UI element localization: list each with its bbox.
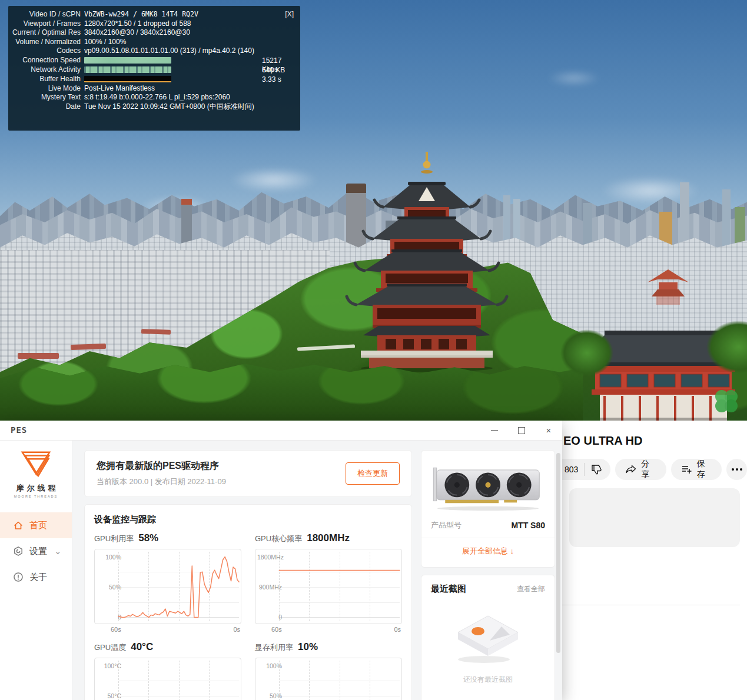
- brand-name-en: MOORE THREADS: [0, 495, 72, 498]
- save-button[interactable]: 保存: [671, 459, 722, 480]
- screenshots-card: 最近截图 查看全部 还没有最近截图: [421, 575, 555, 700]
- stats-label: Live Mode: [12, 84, 81, 94]
- update-subtitle: 当前版本 200.0 | 发布日期 2022-11-09: [97, 476, 346, 487]
- stats-row: Connection Speed 15217 Kbps: [12, 56, 294, 65]
- section-divider: [562, 605, 740, 605]
- brand-name-cn: 摩尔线程: [0, 483, 72, 494]
- more-icon: [736, 468, 738, 471]
- sidebar-item-label: 设置: [29, 546, 47, 557]
- chart-gpu-utilization: GPU利用率 58% 100% 50% 0 60s 0s: [94, 532, 241, 633]
- stats-row: Codecs vp09.00.51.08.01.01.01.01.00 (313…: [12, 46, 294, 56]
- view-all-link[interactable]: 查看全部: [517, 584, 545, 594]
- stats-value: 640 KB: [262, 66, 285, 75]
- share-button[interactable]: 分享: [615, 459, 666, 480]
- stats-value: 1280x720*1.50 / 1 dropped of 588: [84, 19, 191, 29]
- more-button[interactable]: [726, 459, 747, 480]
- stats-label: Buffer Health: [12, 75, 81, 84]
- product-model-value: MTT S80: [511, 521, 545, 530]
- sidebar-item-settings[interactable]: 设置 ⌄: [0, 538, 72, 564]
- pes-content: 您拥有最新版的PES驱动程序 当前版本 200.0 | 发布日期 2022-11…: [72, 441, 562, 700]
- like-count: 803: [565, 465, 578, 474]
- stats-close-button[interactable]: [X]: [285, 10, 294, 19]
- update-card: 您拥有最新版的PES驱动程序 当前版本 200.0 | 发布日期 2022-11…: [84, 450, 412, 497]
- window-scrollbar[interactable]: [556, 453, 560, 653]
- x-tick: 60s: [111, 626, 121, 633]
- stats-value: 3.33 s: [262, 75, 281, 85]
- stats-value: Post-Live Manifestless: [84, 84, 155, 94]
- brand-logo-icon: [19, 448, 53, 478]
- stats-row: Date Tue Nov 15 2022 10:09:42 GMT+0800 (…: [12, 102, 294, 112]
- chart-current-value: 40°C: [131, 641, 153, 653]
- product-card: 产品型号 MTT S80 展开全部信息 ↓: [421, 450, 555, 568]
- chart-title: GPU核心频率: [255, 534, 302, 544]
- stats-label: Mystery Text: [12, 93, 81, 102]
- update-title: 您拥有最新版的PES驱动程序: [97, 460, 346, 472]
- video-frame[interactable]: [X] Video ID / sCPN VbZWB-ww294 / 6MK8 1…: [0, 0, 747, 421]
- youtube-page: EO ULTRA HD 803 分享 保存: [562, 421, 747, 700]
- maximize-icon: [518, 427, 525, 434]
- stats-value: 3840x2160@30 / 3840x2160@30: [84, 28, 190, 38]
- minimize-icon: [491, 430, 498, 431]
- stats-row: Buffer Health 3.33 s: [12, 75, 294, 84]
- stats-row: Current / Optimal Res 3840x2160@30 / 384…: [12, 28, 294, 38]
- cloud: [230, 168, 318, 192]
- app-title: PES: [11, 425, 27, 435]
- buffer-health-bar: [84, 76, 171, 82]
- thumbs-down-icon[interactable]: [590, 464, 602, 475]
- close-icon: ×: [546, 426, 552, 435]
- empty-screenshot-icon: [450, 610, 526, 666]
- x-tick: 0s: [394, 626, 401, 633]
- share-label: 分享: [641, 459, 656, 480]
- chart-current-value: 10%: [298, 641, 318, 653]
- watermark-logo: [711, 387, 742, 415]
- network-activity-bar: [84, 66, 171, 73]
- chart-canvas: 100°C 50°C 0: [94, 658, 241, 700]
- stats-label: Volume / Normalized: [12, 38, 81, 47]
- stats-row: Volume / Normalized 100% / 100%: [12, 38, 294, 47]
- pill-divider: [584, 463, 585, 476]
- sidebar-item-about[interactable]: 关于: [0, 564, 72, 590]
- pagoda-illustration: [338, 148, 515, 372]
- stats-row: Viewport / Frames 1280x720*1.50 / 1 drop…: [12, 19, 294, 29]
- monitor-card: 设备监控与跟踪 GPU利用率 58% 100% 50% 0: [84, 504, 412, 700]
- stats-label: Video ID / sCPN: [12, 10, 81, 19]
- stats-value: vp09.00.51.08.01.01.01.01.00 (313) / mp4…: [84, 46, 254, 56]
- home-icon: [13, 520, 24, 531]
- sidebar-item-home[interactable]: 首页: [0, 512, 72, 538]
- stats-label: Codecs: [12, 46, 81, 56]
- stats-value: VbZWB-ww294 / 6MK8 14T4 RQ2V: [84, 10, 198, 19]
- pes-window: PES × 摩尔线程 MOORE THREADS 首页: [0, 421, 562, 700]
- stats-row: Mystery Text s:8 t:19.49 b:0.000-22.766 …: [12, 93, 294, 102]
- settings-icon: [13, 546, 24, 556]
- cloud: [547, 71, 600, 86]
- save-playlist-icon: [680, 464, 692, 475]
- stats-value: Tue Nov 15 2022 10:09:42 GMT+0800 (中国标准时…: [84, 102, 254, 112]
- stats-row: Video ID / sCPN VbZWB-ww294 / 6MK8 14T4 …: [12, 10, 294, 19]
- close-button[interactable]: ×: [535, 421, 562, 440]
- stats-label: Viewport / Frames: [12, 19, 81, 29]
- chart-current-value: 1800MHz: [307, 532, 350, 544]
- connection-speed-bar: [84, 57, 171, 64]
- stats-label: Network Activity: [12, 65, 81, 75]
- monitor-title: 设备监控与跟踪: [94, 514, 402, 525]
- stats-label: Connection Speed: [12, 56, 81, 65]
- small-pavilion: [645, 264, 692, 311]
- stats-label: Date: [12, 102, 81, 112]
- stats-row: Live Mode Post-Live Manifestless: [12, 84, 294, 94]
- sidebar: 摩尔线程 MOORE THREADS 首页 设置 ⌄ 关于: [0, 441, 72, 700]
- description-box[interactable]: [569, 488, 740, 547]
- sidebar-item-label: 关于: [29, 572, 47, 583]
- gpu-image: [429, 459, 547, 515]
- about-icon: [13, 572, 24, 582]
- maximize-button[interactable]: [508, 421, 535, 440]
- chevron-down-icon: ⌄: [54, 546, 62, 556]
- like-dislike-pill[interactable]: 803: [562, 459, 610, 480]
- window-titlebar[interactable]: PES ×: [0, 421, 562, 441]
- check-update-button[interactable]: 检查更新: [346, 462, 400, 485]
- chart-title: GPU温度: [94, 642, 126, 653]
- product-model-label: 产品型号: [431, 520, 462, 531]
- expand-info-link[interactable]: 展开全部信息 ↓: [421, 538, 555, 564]
- stats-value: 100% / 100%: [84, 38, 126, 47]
- x-tick: 0s: [233, 626, 240, 633]
- minimize-button[interactable]: [481, 421, 508, 440]
